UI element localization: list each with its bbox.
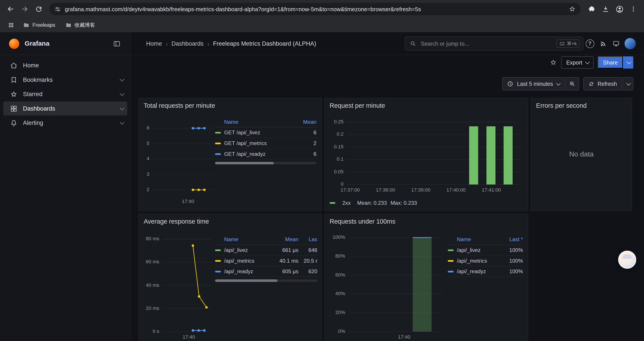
download-icon[interactable] bbox=[599, 3, 612, 16]
back-icon[interactable] bbox=[4, 3, 17, 16]
y-tick-label: 5 bbox=[147, 140, 150, 146]
panel-errors-per-second: Errors per second No data bbox=[531, 98, 632, 211]
data-point bbox=[203, 189, 206, 191]
extensions-icon[interactable] bbox=[585, 3, 598, 16]
legend-row: /api/_metrics 100% bbox=[448, 256, 523, 266]
bookmark-folder-blogs[interactable]: 收藏博客 bbox=[62, 21, 98, 30]
chevron-down-icon[interactable] bbox=[120, 106, 124, 110]
chevron-down-icon bbox=[556, 81, 561, 85]
series-color-dash bbox=[448, 270, 454, 272]
series-name[interactable]: /api/_livez bbox=[457, 247, 498, 253]
refresh-interval-button[interactable] bbox=[623, 77, 634, 90]
plot-area[interactable] bbox=[163, 235, 211, 331]
series-name[interactable]: /api/_livez bbox=[224, 247, 272, 253]
legend-header-last[interactable]: Las bbox=[298, 236, 317, 242]
plot-area[interactable] bbox=[153, 122, 214, 196]
series-name[interactable]: GET /api/_metrics bbox=[224, 140, 292, 146]
y-tick-label: 60 ms bbox=[146, 259, 159, 265]
help-icon[interactable]: ? bbox=[583, 37, 596, 50]
sidebar-item-alerting[interactable]: Alerting bbox=[3, 116, 127, 130]
series-last-value: 100% bbox=[498, 268, 523, 274]
series-mean: Mean: 0.233 bbox=[357, 200, 387, 206]
url-text[interactable]: grafana.mathmast.com/d/deytv4rwavabkb/fr… bbox=[65, 6, 565, 12]
x-tick-label: 17:40 bbox=[398, 334, 410, 340]
legend-row: GET /api/_readyz 6 bbox=[215, 149, 316, 160]
data-point bbox=[198, 127, 200, 129]
y-tick-label: 2 bbox=[147, 187, 150, 193]
search-input[interactable]: ⌘+k bbox=[405, 37, 583, 51]
panel-title[interactable]: Request per minute bbox=[330, 102, 385, 109]
chevron-down-icon[interactable] bbox=[120, 91, 124, 96]
export-button[interactable]: Export bbox=[561, 56, 594, 69]
horizontal-scrollbar[interactable] bbox=[215, 162, 316, 164]
y-tick-label: 0.2 bbox=[337, 131, 344, 137]
grafana-logo-icon[interactable] bbox=[9, 38, 19, 49]
user-avatar[interactable] bbox=[624, 38, 636, 49]
home-icon bbox=[10, 62, 18, 69]
panel-title[interactable]: Average response time bbox=[144, 218, 209, 225]
apps-grid-icon[interactable] bbox=[6, 20, 16, 31]
bookmark-folder-freeleaps[interactable]: Freeleaps bbox=[20, 21, 58, 30]
dock-menu-icon[interactable] bbox=[110, 37, 123, 50]
zoom-out-button[interactable] bbox=[565, 77, 579, 90]
series-name[interactable]: /api/_readyz bbox=[224, 268, 272, 274]
favorite-star-icon[interactable] bbox=[550, 59, 557, 66]
legend-header-name[interactable]: Name bbox=[215, 236, 272, 242]
plot-area[interactable] bbox=[347, 120, 520, 185]
legend-header-name[interactable]: Name bbox=[448, 236, 498, 242]
series-color-dash bbox=[448, 249, 454, 251]
breadcrumb-dashboards[interactable]: Dashboards bbox=[172, 40, 204, 47]
series-name[interactable]: GET /api/_livez bbox=[224, 129, 292, 136]
panel-title[interactable]: Requests under 100ms bbox=[330, 218, 396, 225]
data-point bbox=[203, 127, 206, 129]
chevron-down-icon[interactable] bbox=[120, 120, 124, 125]
legend-header-mean[interactable]: Mean bbox=[272, 236, 298, 242]
breadcrumb-home[interactable]: Home bbox=[146, 40, 162, 47]
panel-title[interactable]: Total requests per minute bbox=[144, 102, 215, 109]
data-point bbox=[192, 244, 194, 247]
legend-table: Name Last * /api/_livez 100% /api/_metri… bbox=[448, 234, 523, 277]
data-point bbox=[192, 189, 194, 191]
legend-row: /api/_livez 661 µs 646 bbox=[215, 245, 317, 256]
kiosk-monitor-icon[interactable] bbox=[610, 37, 623, 50]
scrollbar-thumb[interactable] bbox=[215, 162, 274, 164]
share-button[interactable]: Share bbox=[598, 56, 623, 69]
chevron-down-icon[interactable] bbox=[120, 77, 124, 81]
bookmark-star-icon[interactable] bbox=[568, 5, 576, 13]
x-tick-label: 17:40 bbox=[182, 334, 195, 340]
chevron-down-icon bbox=[627, 60, 631, 64]
folder-icon bbox=[23, 22, 30, 28]
series-name[interactable]: /api/_readyz bbox=[457, 268, 498, 274]
plot-area[interactable] bbox=[348, 234, 443, 332]
refresh-button[interactable]: Refresh bbox=[583, 77, 622, 90]
url-bar[interactable]: grafana.mathmast.com/d/deytv4rwavabkb/fr… bbox=[49, 3, 581, 15]
forward-icon[interactable] bbox=[18, 3, 31, 16]
search-field[interactable] bbox=[420, 40, 554, 47]
series-name[interactable]: /api/_metrics bbox=[224, 258, 272, 264]
series-name[interactable]: 2xx bbox=[342, 200, 351, 206]
browser-menu-icon[interactable] bbox=[627, 3, 640, 16]
legend-header-name[interactable]: Name bbox=[215, 119, 292, 125]
sidebar-item-starred[interactable]: Starred bbox=[3, 87, 127, 101]
main-content: Home › Dashboards › Freeleaps Metrics Da… bbox=[131, 33, 644, 341]
legend-header-mean[interactable]: Mean bbox=[292, 119, 316, 125]
panel-title[interactable]: Errors per second bbox=[536, 102, 587, 109]
horizontal-scrollbar[interactable] bbox=[215, 279, 317, 282]
sidebar-item-dashboards[interactable]: Dashboards bbox=[3, 102, 127, 116]
news-rss-icon[interactable] bbox=[596, 37, 610, 50]
time-series-chart: 80 ms60 ms40 ms20 ms0 s 17:40 bbox=[141, 232, 223, 340]
legend-header-last[interactable]: Last * bbox=[498, 236, 523, 242]
series-mean-value: 605 µs bbox=[272, 268, 298, 274]
reload-icon[interactable] bbox=[32, 3, 45, 16]
series-name[interactable]: /api/_metrics bbox=[457, 258, 498, 264]
sidebar-item-home[interactable]: Home bbox=[3, 58, 127, 72]
share-menu-button[interactable] bbox=[623, 56, 634, 69]
sidebar-item-bookmarks[interactable]: Bookmarks bbox=[3, 73, 127, 87]
search-icon bbox=[409, 40, 417, 47]
series-name[interactable]: GET /api/_readyz bbox=[224, 151, 292, 157]
site-settings-icon[interactable] bbox=[54, 6, 61, 13]
assistant-avatar[interactable] bbox=[618, 251, 636, 269]
time-range-picker[interactable]: Last 5 minutes bbox=[502, 77, 564, 90]
scrollbar-thumb[interactable] bbox=[215, 279, 277, 282]
profile-icon[interactable] bbox=[613, 3, 626, 16]
